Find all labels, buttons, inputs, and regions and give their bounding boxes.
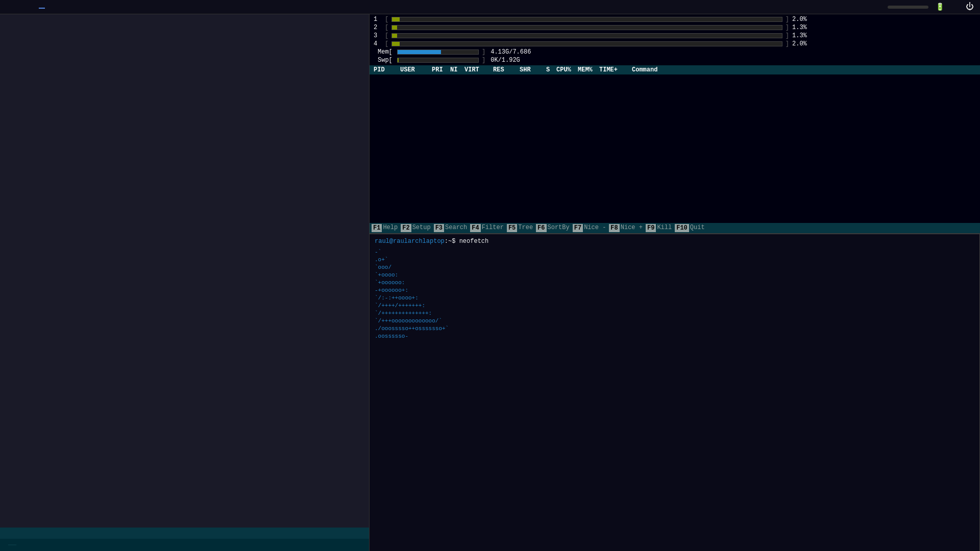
vol-slider[interactable]: [888, 6, 928, 9]
htop-swap-bar: Swp[ ] 0K/1.92G: [374, 56, 813, 64]
htop-col-headers: PID USER PRI NI VIRT RES SHR S CPU% MEM%…: [370, 65, 980, 74]
htop-cpu-section: 1 [ ] 2.0% 2 [ ]: [374, 15, 813, 64]
neofetch-layout: -` .o+` `ooo/ `+oooo: `+oooooo: -+oooooo…: [375, 248, 974, 340]
fn-f4[interactable]: F4: [470, 224, 480, 232]
power-button[interactable]: ⏻: [966, 2, 974, 12]
bottom-terminal-area: raul@raularchlaptop:~$ neofetch -` .o+` …: [370, 234, 980, 551]
cpu-bar-1: 1 [ ] 2.0%: [374, 15, 813, 23]
main-layout: 1 [ ] 2.0% 2 [ ]: [0, 14, 980, 551]
cpu-bar-2: 2 [ ] 1.3%: [374, 23, 813, 32]
htop-header: 1 [ ] 2.0% 2 [ ]: [370, 14, 980, 65]
fn-f9[interactable]: F9: [646, 224, 656, 232]
htop-path: [708, 224, 978, 232]
htop-mem-bar: Mem[ ] 4.13G/7.686: [374, 48, 813, 56]
neofetch-terminal[interactable]: raul@raularchlaptop:~$ neofetch -` .o+` …: [370, 234, 980, 551]
battery-icon: 🔋: [936, 3, 944, 11]
vim-mode-indicator: [8, 544, 16, 545]
vim-content: [0, 14, 369, 528]
cpu-bar-4: 4 [ ] 2.0%: [374, 40, 813, 48]
topbar: 🔋 ⏻: [0, 0, 980, 14]
fn-f5[interactable]: F5: [507, 224, 517, 232]
htop-function-bar: F1Help F2Setup F3Search F4Filter F5Tree …: [370, 223, 980, 233]
fn-f7[interactable]: F7: [573, 224, 583, 232]
right-pane: 1 [ ] 2.0% 2 [ ]: [370, 14, 980, 551]
neofetch-prompt-line: raul@raularchlaptop:~$ neofetch: [375, 237, 974, 245]
neofetch-content: raul@raularchlaptop:~$ neofetch -` .o+` …: [370, 234, 979, 551]
tab-chat[interactable]: [22, 6, 29, 8]
htop-process-table[interactable]: PID USER PRI NI VIRT RES SHR S CPU% MEM%…: [370, 65, 980, 223]
fn-f6[interactable]: F6: [536, 224, 546, 232]
fn-f10[interactable]: F10: [675, 224, 689, 232]
htop-area[interactable]: 1 [ ] 2.0% 2 [ ]: [370, 14, 980, 234]
cpu-bar-3: 3 [ ] 1.3%: [374, 32, 813, 40]
fn-f2[interactable]: F2: [401, 224, 411, 232]
fn-f3[interactable]: F3: [434, 224, 444, 232]
fn-f8[interactable]: F8: [609, 224, 619, 232]
vim-status-bar: [0, 528, 369, 539]
htop-stats-panel: [813, 15, 976, 64]
neofetch-ascii: -` .o+` `ooo/ `+oooo: `+oooooo: -+oooooo…: [375, 248, 487, 340]
vim-modeline: [0, 539, 369, 551]
topbar-right: 🔋 ⏻: [880, 2, 974, 12]
vim-editor-pane[interactable]: [0, 14, 370, 551]
tab-term[interactable]: [39, 6, 45, 9]
fn-f1[interactable]: F1: [372, 224, 382, 232]
tab-main[interactable]: [6, 6, 12, 8]
